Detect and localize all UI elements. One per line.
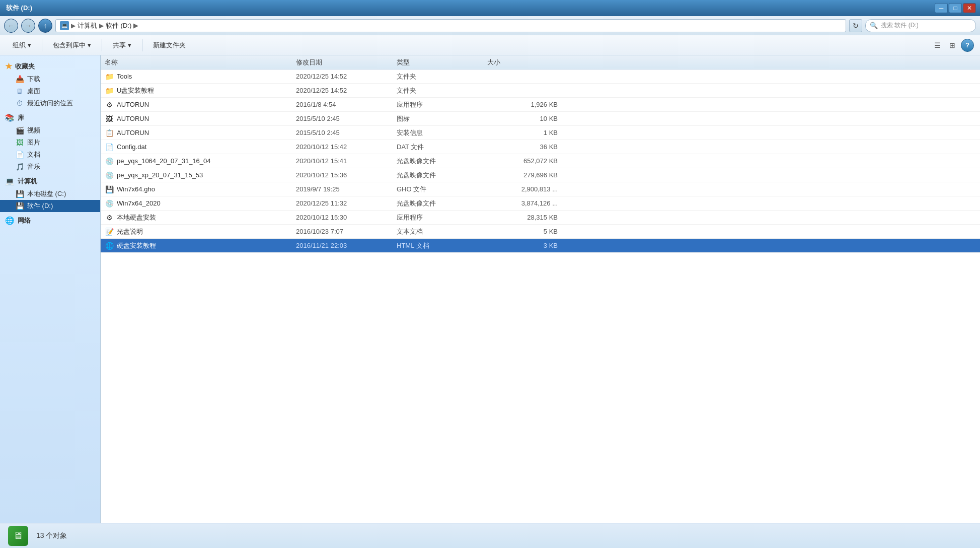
file-date-cell: 2019/9/7 19:25	[296, 185, 397, 193]
table-row[interactable]: 📁 U盘安装教程 2020/12/25 14:52 文件夹	[101, 84, 980, 98]
new-folder-button[interactable]: 新建文件夹	[146, 38, 192, 53]
toolbar-separator-1	[42, 39, 42, 51]
include-library-arrow: ▾	[88, 41, 91, 49]
col-modified[interactable]: 修改日期	[296, 58, 397, 67]
file-name-text: AUTORUN	[117, 115, 149, 122]
file-type-cell: 应用程序	[397, 213, 487, 222]
sidebar-network-header[interactable]: 🌐 网络	[0, 214, 100, 227]
forward-button[interactable]: →	[21, 19, 35, 33]
help-button[interactable]: ?	[961, 39, 974, 52]
file-size-cell: 10 KB	[487, 115, 568, 122]
sidebar-item-download[interactable]: 📥 下载	[0, 73, 100, 85]
file-icon: 📋	[105, 128, 114, 138]
file-name-text: Win7x64.gho	[117, 185, 155, 193]
sidebar-favorites-header[interactable]: ★ 收藏夹	[0, 59, 100, 73]
file-name-text: U盘安装教程	[117, 86, 154, 95]
col-name[interactable]: 名称	[105, 58, 296, 67]
sidebar-item-video[interactable]: 🎬 视频	[0, 124, 100, 136]
file-name-text: 光盘说明	[117, 227, 143, 236]
sidebar-item-drive-d[interactable]: 💾 软件 (D:)	[0, 200, 100, 212]
file-type-cell: 图标	[397, 114, 487, 123]
file-type-cell: 光盘映像文件	[397, 199, 487, 208]
file-icon: 📄	[105, 143, 114, 152]
file-type-cell: 文本文档	[397, 227, 487, 236]
file-list-header: 名称 修改日期 类型 大小	[101, 55, 980, 70]
back-button[interactable]: ←	[4, 19, 18, 33]
file-icon: ⚙	[105, 213, 114, 222]
file-type-cell: HTML 文档	[397, 241, 487, 250]
window-controls: ─ □ ✕	[935, 3, 976, 13]
table-row[interactable]: 📋 AUTORUN 2015/5/10 2:45 安装信息 1 KB	[101, 126, 980, 140]
share-label: 共享	[113, 41, 126, 50]
file-name-text: 硬盘安装教程	[117, 241, 156, 250]
share-button[interactable]: 共享 ▾	[106, 38, 138, 53]
table-row[interactable]: 💿 pe_yqs_1064_20_07_31_16_04 2020/10/12 …	[101, 154, 980, 168]
file-name-cell: 📝 光盘说明	[105, 227, 296, 236]
col-type[interactable]: 类型	[397, 58, 487, 67]
table-row[interactable]: 📁 Tools 2020/12/25 14:52 文件夹	[101, 70, 980, 84]
col-size[interactable]: 大小	[487, 58, 568, 67]
file-date-cell: 2020/10/12 15:30	[296, 214, 397, 221]
address-path[interactable]: 💻 ▶ 计算机 ▶ 软件 (D:) ▶	[55, 19, 846, 32]
file-name-text: 本地硬盘安装	[117, 213, 156, 222]
sidebar-item-document[interactable]: 📄 文档	[0, 149, 100, 161]
document-label: 文档	[27, 150, 40, 159]
file-date-cell: 2016/10/23 7:07	[296, 228, 397, 235]
star-icon: ★	[5, 61, 12, 71]
table-row[interactable]: 💿 Win7x64_2020 2020/12/25 11:32 光盘映像文件 3…	[101, 196, 980, 211]
main-area: ★ 收藏夹 📥 下载 🖥 桌面 ⏱ 最近访问的位置 📚 库 �	[0, 55, 980, 523]
sidebar-section-network: 🌐 网络	[0, 214, 100, 227]
refresh-button[interactable]: ↻	[849, 19, 862, 32]
file-size-cell: 652,072 KB	[487, 157, 568, 165]
file-size-cell: 5 KB	[487, 228, 568, 235]
sidebar-item-music[interactable]: 🎵 音乐	[0, 161, 100, 173]
file-rows-container: 📁 Tools 2020/12/25 14:52 文件夹 📁 U盘安装教程 20…	[101, 70, 980, 253]
table-row[interactable]: 🌐 硬盘安装教程 2016/11/21 22:03 HTML 文档 3 KB	[101, 239, 980, 253]
view-details-button[interactable]: ☰	[931, 39, 944, 52]
table-row[interactable]: ⚙ 本地硬盘安装 2020/10/12 15:30 应用程序 28,315 KB	[101, 211, 980, 225]
table-row[interactable]: 🖼 AUTORUN 2015/5/10 2:45 图标 10 KB	[101, 112, 980, 126]
file-date-cell: 2020/12/25 14:52	[296, 87, 397, 94]
document-icon: 📄	[15, 150, 24, 159]
file-icon: 💿	[105, 171, 114, 180]
sidebar-item-recent[interactable]: ⏱ 最近访问的位置	[0, 97, 100, 109]
image-icon: 🖼	[15, 138, 24, 147]
sidebar-computer-header[interactable]: 💻 计算机	[0, 175, 100, 188]
table-row[interactable]: 📄 Config.dat 2020/10/12 15:42 DAT 文件 36 …	[101, 140, 980, 154]
file-empty-area	[101, 253, 980, 404]
file-name-cell: 🌐 硬盘安装教程	[105, 241, 296, 250]
include-library-button[interactable]: 包含到库中 ▾	[46, 38, 98, 53]
organize-button[interactable]: 组织 ▾	[6, 38, 38, 53]
close-button[interactable]: ✕	[963, 3, 976, 13]
table-row[interactable]: 💾 Win7x64.gho 2019/9/7 19:25 GHO 文件 2,90…	[101, 182, 980, 196]
view-tiles-button[interactable]: ⊞	[946, 39, 959, 52]
video-icon: 🎬	[15, 126, 24, 135]
sidebar-item-image[interactable]: 🖼 图片	[0, 136, 100, 149]
file-date-cell: 2020/12/25 14:52	[296, 73, 397, 80]
file-size-cell: 28,315 KB	[487, 214, 568, 221]
file-name-text: pe_yqs_xp_20_07_31_15_53	[117, 171, 203, 179]
library-icon: 📚	[5, 113, 15, 122]
maximize-button[interactable]: □	[949, 3, 962, 13]
file-icon: 💿	[105, 199, 114, 208]
drive-c-icon: 💾	[15, 189, 24, 198]
sidebar-item-drive-c[interactable]: 💾 本地磁盘 (C:)	[0, 188, 100, 200]
table-row[interactable]: 📝 光盘说明 2016/10/23 7:07 文本文档 5 KB	[101, 225, 980, 239]
up-button[interactable]: ↑	[38, 19, 52, 33]
file-name-cell: 📁 U盘安装教程	[105, 86, 296, 95]
sidebar-section-library: 📚 库 🎬 视频 🖼 图片 📄 文档 🎵 音乐	[0, 111, 100, 173]
search-icon: 🔍	[870, 22, 878, 29]
minimize-button[interactable]: ─	[935, 3, 948, 13]
drive-d-label: 软件 (D:)	[27, 201, 53, 211]
table-row[interactable]: 💿 pe_yqs_xp_20_07_31_15_53 2020/10/12 15…	[101, 168, 980, 182]
search-box[interactable]: 🔍 搜索 软件 (D:)	[865, 19, 976, 32]
sidebar-item-desktop[interactable]: 🖥 桌面	[0, 85, 100, 97]
file-name-cell: 📄 Config.dat	[105, 143, 296, 152]
file-size-cell: 2,900,813 ...	[487, 185, 568, 193]
library-label: 库	[18, 113, 24, 122]
download-icon: 📥	[15, 75, 24, 84]
toolbar-right: ☰ ⊞ ?	[931, 39, 974, 52]
status-count: 13 个对象	[36, 531, 67, 540]
table-row[interactable]: ⚙ AUTORUN 2016/1/8 4:54 应用程序 1,926 KB	[101, 98, 980, 112]
sidebar-library-header[interactable]: 📚 库	[0, 111, 100, 124]
